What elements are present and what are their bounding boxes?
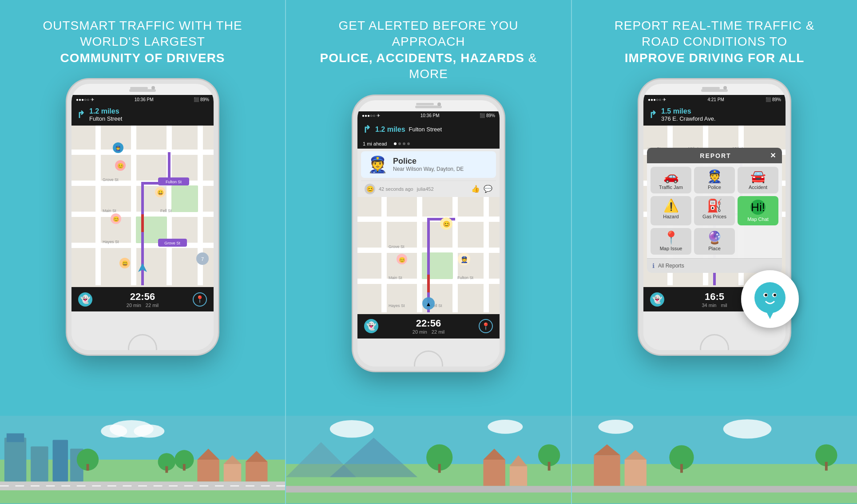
phone-1-bottombar: 👻 22:56 20 min 22 mil 📍 — [71, 287, 214, 311]
svg-rect-121 — [825, 462, 828, 471]
svg-rect-38 — [53, 440, 68, 482]
phone-2-distance: 1.2 miles — [375, 126, 405, 134]
phone-2-waze-icon: 👻 — [364, 319, 378, 333]
svg-rect-40 — [197, 460, 219, 481]
phone-2-alert-location: Near Wilson Way, Dayton, DE — [393, 166, 489, 172]
svg-rect-119 — [680, 464, 683, 473]
phone-2-min: 20 min — [413, 329, 427, 335]
phone-2-time-big: 22:56 — [413, 318, 444, 329]
phone-3-nav-info: 1.5 miles 376 E. Crawford Ave. — [661, 107, 716, 122]
panel-3-headline-bold: IMPROVE DRIVING FOR ALL — [625, 51, 805, 65]
traffic-jam-label: Traffic Jam — [659, 185, 683, 190]
waze-mascot-circle — [741, 270, 799, 328]
svg-text:Hayes St: Hayes St — [389, 303, 405, 308]
phone-3-speaker — [702, 87, 720, 89]
phone-1-mil: 22 mil — [146, 303, 159, 308]
phone-3-camera — [723, 86, 727, 90]
phone-3-time: 4:21 PM — [707, 97, 724, 102]
report-map-chat[interactable]: Hi! Map Chat — [738, 196, 778, 225]
svg-point-123 — [598, 420, 633, 434]
svg-rect-42 — [224, 464, 242, 482]
report-accident[interactable]: 🚘 Accident — [738, 167, 778, 193]
phone-1-nav-info: 1.2 miles Fulton Street — [89, 107, 122, 122]
svg-text:😊: 😊 — [443, 220, 451, 228]
phone-2-screen: ●●●○○ ✈ 10:36 PM ⬛ 89% ↱ 1.2 miles Fulto… — [357, 111, 500, 366]
panel-2-headline-bold: POLICE, ACCIDENTS, HAZARDS — [320, 51, 524, 65]
map-issue-icon: 📍 — [663, 232, 679, 244]
phone-2-user-avatar: 😊 — [365, 184, 375, 194]
phone-3-street: 376 E. Crawford Ave. — [661, 115, 716, 122]
police-label: Police — [708, 185, 721, 190]
dot-3 — [403, 142, 405, 145]
panel-2: GET ALERTED BEFORE YOU APPROACH POLICE, … — [285, 0, 572, 504]
gas-label: Gas Prices — [702, 214, 726, 219]
panel-2-landscape — [286, 415, 571, 504]
report-hazard[interactable]: ⚠️ Hazard — [651, 196, 691, 225]
phone-1-navbar: ↱ 1.2 miles Fulton Street — [71, 104, 214, 126]
svg-rect-65 — [422, 252, 453, 279]
report-police[interactable]: 👮 Police — [694, 167, 735, 193]
report-map-issue[interactable]: 📍 Map Issue — [651, 228, 691, 255]
phone-2-ahead-bar: 1 mi ahead — [357, 139, 500, 149]
phone-3-time-sub: 34 min mil — [702, 303, 727, 308]
report-overlay: REPORT ✕ 🚗 Traffic Jam 👮 — [647, 148, 782, 273]
dot-4 — [407, 142, 410, 145]
svg-text:😀: 😀 — [157, 189, 164, 196]
phone-2-street: Fulton Street — [409, 126, 442, 133]
svg-text:Fulton St: Fulton St — [166, 180, 182, 184]
svg-rect-10 — [171, 185, 198, 212]
svg-rect-124 — [572, 486, 857, 492]
svg-rect-47 — [87, 464, 89, 471]
phone-2-mil: 22 mil — [432, 329, 444, 335]
phone-3-time-big: 16:5 — [702, 291, 727, 303]
phone-2-statusbar: ●●●○○ ✈ 10:36 PM ⬛ 89% — [357, 111, 500, 120]
svg-point-110 — [765, 294, 767, 296]
all-reports-icon: ℹ — [652, 262, 655, 269]
svg-rect-44 — [246, 462, 267, 481]
report-gas-prices[interactable]: ⛽ Gas Prices — [694, 196, 735, 225]
phone-2-alert-card: 👮 Police Near Wilson Way, Dayton, DE — [361, 151, 496, 178]
svg-rect-116 — [625, 460, 647, 486]
svg-text:Hayes St: Hayes St — [103, 240, 119, 244]
phone-3-min: 34 min — [702, 303, 716, 308]
phone-2-alert-time: 42 seconds ago — [379, 186, 413, 192]
svg-text:😃: 😃 — [122, 260, 128, 267]
report-close-icon[interactable]: ✕ — [770, 151, 777, 160]
phone-2-time-sub: 20 min 22 mil — [413, 329, 444, 335]
phone-2-map: Grove St Main St Fulton St Hayes St Fell… — [357, 197, 500, 314]
all-reports-bar[interactable]: ℹ All Reports — [647, 258, 782, 273]
svg-text:😊: 😊 — [399, 256, 405, 263]
phone-2-navbar: ↱ 1.2 miles Fulton Street — [357, 120, 500, 139]
phone-1-time-big: 22:56 — [127, 291, 159, 303]
report-traffic-jam[interactable]: 🚗 Traffic Jam — [651, 167, 691, 193]
phone-1-distance: 1.2 miles — [89, 107, 122, 115]
phone-1-battery: ⬛ 89% — [194, 97, 209, 102]
report-place[interactable]: 🔮 Place — [694, 228, 735, 255]
svg-text:👮: 👮 — [460, 256, 468, 264]
hazard-icon: ⚠️ — [663, 200, 679, 212]
dot-2 — [398, 142, 401, 145]
svg-rect-51 — [183, 464, 186, 471]
svg-rect-114 — [594, 455, 620, 486]
phone-1: ●●●○○ ✈ 10:36 PM ⬛ 89% ↱ 1.2 miles Fulto… — [67, 79, 218, 354]
panel-2-headline-light: GET ALERTED BEFORE YOU APPROACH — [339, 19, 519, 48]
phone-1-map-svg: Grove St Main St Hayes St Fell St Fulton… — [71, 126, 214, 285]
phone-3-navbar: ↱ 1.5 miles 376 E. Crawford Ave. — [643, 104, 786, 126]
thumbs-up-icon[interactable]: 👍 — [471, 185, 480, 193]
phone-1-location-icon: 📍 — [193, 292, 207, 307]
phone-1-time: 10:36 PM — [135, 97, 154, 102]
chat-icon[interactable]: 💬 — [484, 185, 492, 193]
phone-3-turn-icon: ↱ — [649, 109, 657, 121]
svg-marker-106 — [766, 310, 774, 319]
svg-text:Grove St: Grove St — [103, 177, 119, 182]
phone-1-notch — [130, 86, 155, 90]
phone-1-map: Grove St Main St Hayes St Fell St Fulton… — [71, 126, 214, 287]
phone-3-status-left: ●●●○○ ✈ — [648, 97, 666, 102]
phone-3-notch — [702, 86, 727, 90]
svg-point-53 — [101, 425, 127, 438]
svg-point-91 — [488, 420, 523, 434]
phone-1-screen: ●●●○○ ✈ 10:36 PM ⬛ 89% ↱ 1.2 miles Fulto… — [71, 95, 214, 350]
svg-text:👮: 👮 — [115, 145, 121, 151]
police-report-icon: 👮 — [707, 170, 722, 183]
svg-text:▲: ▲ — [426, 301, 432, 307]
